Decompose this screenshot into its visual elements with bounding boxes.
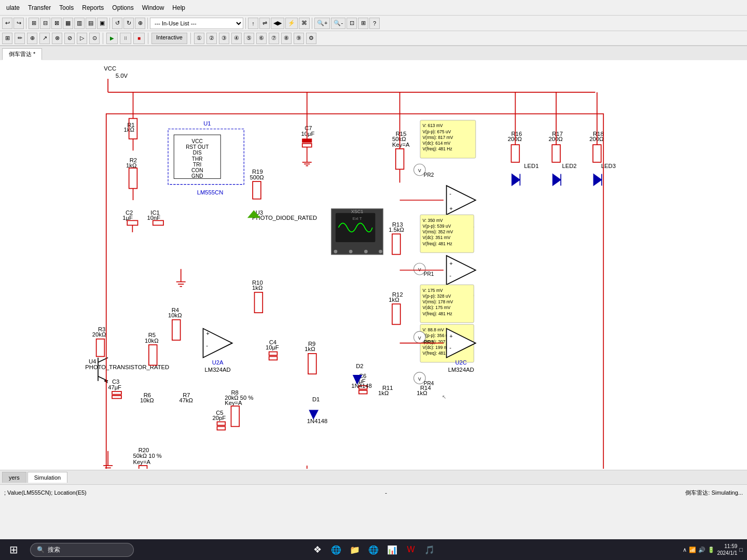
- menu-transfer[interactable]: Transfer: [24, 2, 55, 13]
- tb-btn-2[interactable]: ⊟: [40, 18, 50, 29]
- menu-help[interactable]: Help: [168, 2, 189, 13]
- tb-arrow[interactable]: ↑: [248, 18, 258, 29]
- tb2-btn-7[interactable]: ▷: [77, 33, 87, 44]
- status-right: 倒车雷达: Simulating...: [685, 489, 743, 497]
- r7-value: 47kΩ: [179, 397, 193, 403]
- tb-btn-5[interactable]: ▥: [74, 18, 85, 29]
- tb-btn-4[interactable]: ▦: [63, 18, 73, 29]
- tb-btn-6[interactable]: ▤: [86, 18, 96, 29]
- vcc-value: 5.0V: [116, 73, 128, 79]
- taskbar-browser-1[interactable]: 🌐: [327, 540, 345, 559]
- redo-btn[interactable]: ↪: [13, 18, 24, 29]
- taskbar-app-2[interactable]: W: [402, 540, 420, 559]
- svg-point-23: [334, 250, 338, 254]
- tray-volume[interactable]: 🔊: [698, 547, 706, 553]
- v3-vpp: V(p-p): 328 uV: [423, 293, 451, 299]
- r17-value: 200Ω: [549, 136, 563, 142]
- c2-value: 1μF: [122, 215, 133, 221]
- tb-zoom-in[interactable]: 🔍+: [314, 18, 330, 29]
- r13-value: 1.5kΩ: [389, 227, 404, 233]
- toolbar-2: ⊞ ✏ ⊕ ↗ ⊗ ⊘ ▷ ⊙ ▶ ⏸ ■ Interactive ① ② ③ …: [0, 31, 747, 46]
- tb2-sim-8[interactable]: ⑧: [281, 33, 292, 44]
- pr2-name: PR2: [424, 172, 434, 178]
- taskbar-browser-2[interactable]: 🌐: [364, 540, 383, 559]
- u1-name: LM555CN: [197, 189, 224, 195]
- tb-btn-8[interactable]: ↺: [112, 18, 122, 29]
- play-btn[interactable]: ▶: [106, 33, 118, 44]
- search-box[interactable]: 🔍 搜索: [30, 543, 134, 557]
- tb-btn-7[interactable]: ▣: [97, 18, 107, 29]
- taskbar-multitask[interactable]: ❖: [308, 540, 327, 559]
- ic1-value: 10nF: [147, 215, 161, 221]
- menu-window[interactable]: Window: [138, 2, 169, 13]
- tb2-sim-6[interactable]: ⑥: [256, 33, 267, 44]
- tb2-btn-5[interactable]: ⊗: [52, 33, 62, 44]
- sep-6: [103, 33, 103, 44]
- tb2-btn-2[interactable]: ✏: [15, 33, 25, 44]
- tb2-btn-1[interactable]: ⊞: [2, 33, 12, 44]
- tray-notification[interactable]: □: [739, 547, 743, 553]
- layers-tab[interactable]: yers: [2, 472, 26, 483]
- tb2-sim-4[interactable]: ④: [231, 33, 242, 44]
- menu-reports[interactable]: Reports: [78, 2, 108, 13]
- tb-btn-9[interactable]: ↻: [123, 18, 134, 29]
- tb2-sim-2[interactable]: ②: [206, 33, 217, 44]
- svg-rect-76: [139, 466, 147, 469]
- tb2-settings[interactable]: ⚙: [306, 33, 316, 44]
- tb-btn-3[interactable]: ⊠: [51, 18, 62, 29]
- u2b-plus: +: [449, 205, 453, 212]
- r19-value: 500Ω: [250, 174, 264, 180]
- tb-btn-14[interactable]: ⌘: [299, 18, 310, 29]
- xsc1-sublabel: Ext T: [352, 216, 362, 221]
- taskbar-files[interactable]: 📁: [345, 540, 364, 559]
- tb-btn-13[interactable]: ⚡: [285, 18, 298, 29]
- led1-label: LED1: [524, 163, 538, 169]
- tb2-sim-7[interactable]: ⑦: [269, 33, 279, 44]
- tb2-btn-4[interactable]: ↗: [39, 33, 50, 44]
- tb2-sim-1[interactable]: ①: [194, 33, 204, 44]
- status-bar: ; Value(LM555CN); Location(E5) - 倒车雷达: S…: [0, 484, 747, 501]
- sep-7: [148, 33, 148, 44]
- simulation-tab[interactable]: Simulation: [27, 472, 67, 483]
- in-use-list[interactable]: --- In-Use List ---: [150, 18, 243, 29]
- tb2-btn-6[interactable]: ⊘: [64, 33, 75, 44]
- toolbar-1: ↩ ↪ ⊞ ⊟ ⊠ ▦ ▥ ▤ ▣ ↺ ↻ ⊕ --- In-Use List …: [0, 16, 747, 31]
- interactive-btn[interactable]: Interactive: [151, 33, 187, 44]
- sheet-tab[interactable]: 倒车雷达 *: [2, 48, 42, 60]
- menu-bar: ulate Transfer Tools Reports Options Win…: [0, 0, 747, 16]
- u1-dis: DIS: [193, 150, 202, 156]
- tb-btn-10[interactable]: ⊕: [135, 18, 145, 29]
- svg-point-26: [379, 250, 382, 254]
- tb-btn-11[interactable]: ⇌: [259, 18, 270, 29]
- taskbar-app-1[interactable]: 📊: [383, 540, 402, 559]
- v3-vdc: V(dc): 175 mV: [423, 305, 451, 310]
- schematic-svg: VCC 5.0V U1 VCC RST OUT DIS THR TRI CON …: [0, 60, 747, 469]
- sep-2: [109, 18, 110, 29]
- menu-ulate[interactable]: ulate: [2, 2, 24, 13]
- tb2-btn-3[interactable]: ⊕: [27, 33, 37, 44]
- tb2-sim-3[interactable]: ③: [219, 33, 229, 44]
- menu-options[interactable]: Options: [108, 2, 137, 13]
- u2a-name: LM324AD: [205, 367, 231, 373]
- taskbar-app-3[interactable]: 🎵: [420, 540, 439, 559]
- tb2-sim-5[interactable]: ⑤: [244, 33, 254, 44]
- tb2-sim-9[interactable]: ⑨: [294, 33, 304, 44]
- tb-zoom-out[interactable]: 🔍-: [331, 18, 345, 29]
- u2d-minus: -: [449, 272, 451, 278]
- undo-btn[interactable]: ↩: [2, 18, 12, 29]
- start-button[interactable]: ⊞: [4, 540, 23, 559]
- menu-tools[interactable]: Tools: [55, 2, 78, 13]
- tb-btn-15[interactable]: ?: [369, 18, 380, 29]
- tb-zoom-sel[interactable]: ⊞: [358, 18, 368, 29]
- tb-btn-1[interactable]: ⊞: [29, 18, 39, 29]
- tb2-btn-8[interactable]: ⊙: [89, 33, 100, 44]
- svg-rect-16: [302, 144, 312, 147]
- stop-btn[interactable]: ■: [133, 33, 145, 44]
- tb-btn-12[interactable]: ◀▶: [271, 18, 284, 29]
- tb-zoom-fit[interactable]: ⊡: [347, 18, 357, 29]
- pause-btn[interactable]: ⏸: [120, 33, 131, 44]
- svg-point-24: [349, 250, 353, 254]
- tray-network[interactable]: 📶: [689, 547, 696, 553]
- tray-battery[interactable]: 🔋: [708, 547, 715, 553]
- pr3-label: V: [418, 335, 421, 341]
